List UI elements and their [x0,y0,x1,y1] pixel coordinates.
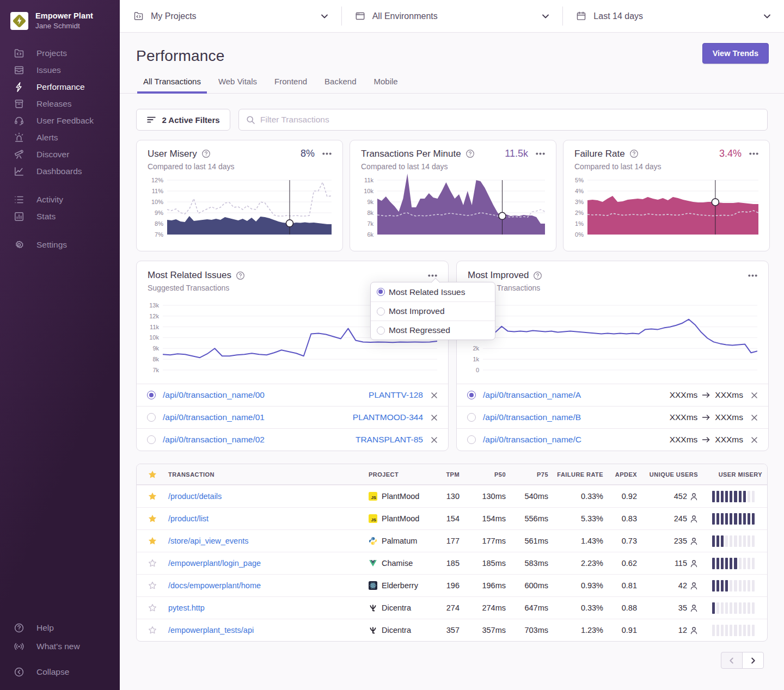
col-unique-users: UNIQUE USERS [643,471,705,478]
pagination-next-button[interactable] [742,652,764,669]
svg-text:6k: 6k [367,231,373,237]
question-circle-icon[interactable] [629,149,639,158]
transaction-link[interactable]: /empowerplant_tests/api [163,626,362,634]
project-filter-dropdown[interactable]: My Projects [120,0,341,32]
svg-text:0%: 0% [575,231,584,237]
transaction-link[interactable]: /api/0/transaction_name/01 [163,412,265,422]
close-icon[interactable] [751,414,758,421]
close-icon[interactable] [431,436,438,443]
ellipsis-menu-icon[interactable] [428,274,437,277]
sidebar-item-alerts[interactable]: Alerts [0,129,120,146]
question-circle-icon[interactable] [533,271,542,280]
dropdown-option-most-regressed[interactable]: Most Regressed [371,321,495,340]
transaction-link[interactable]: /api/0/transaction_name/B [483,412,581,422]
star-icon[interactable] [137,492,163,501]
settings-icon [14,239,24,250]
dashboards-icon [14,166,24,177]
failure-rate-value: 0.93% [554,581,608,590]
svg-text:2%: 2% [575,210,584,216]
star-icon[interactable] [137,537,163,545]
sidebar-item-stats[interactable]: Stats [0,208,120,225]
dropdown-option-most-improved[interactable]: Most Improved [371,301,495,321]
table-row: /docs/empowerplant/homeElderberry196196m… [137,574,767,596]
radio-button[interactable] [467,391,476,399]
user-misery-chart: 12%11%10%9%8%7% [148,172,332,237]
falcon-platform-icon [369,603,377,612]
dropdown-option-most-related-issues[interactable]: Most Related Issues [371,282,495,301]
question-circle-icon[interactable] [201,149,211,158]
dropdown-option-label: Most Improved [389,306,445,316]
radio-button[interactable] [467,435,476,444]
transaction-link[interactable]: /store/api_view_events [163,537,362,545]
star-icon[interactable] [137,626,163,634]
ellipsis-menu-icon[interactable] [322,152,332,155]
sidebar-item-performance[interactable]: Performance [0,78,120,95]
environment-filter-dropdown[interactable]: All Environments [341,0,563,32]
user-misery-bars [705,580,766,592]
question-circle-icon[interactable] [465,149,475,158]
star-icon[interactable] [137,470,163,479]
tab-frontend[interactable]: Frontend [274,77,307,94]
transaction-link[interactable]: /product/list [163,514,362,523]
ellipsis-menu-icon[interactable] [536,152,545,155]
ellipsis-menu-icon[interactable] [749,152,758,155]
tab-mobile[interactable]: Mobile [373,77,397,94]
search-input[interactable] [260,115,760,125]
radio-button[interactable] [147,413,156,422]
user-icon [690,604,698,612]
radio-button[interactable] [147,391,156,399]
ellipsis-menu-icon[interactable] [748,274,757,277]
sidebar-item-user-feedback[interactable]: User Feedback [0,112,120,129]
transaction-link[interactable]: /api/0/transaction_name/00 [163,390,265,400]
question-circle-icon[interactable] [236,271,245,280]
sidebar-item-whats-new[interactable]: What's new [0,637,120,656]
close-icon[interactable] [431,414,438,421]
star-icon[interactable] [137,603,163,612]
col-apdex: APDEX [608,471,643,478]
issue-link[interactable]: PLANTTV-128 [369,390,423,400]
duration-change: XXXmsXXXms [670,412,743,422]
transaction-link[interactable]: /api/0/transaction_name/02 [163,435,265,445]
sidebar-item-dashboards[interactable]: Dashboards [0,163,120,180]
radio-button[interactable] [467,413,476,422]
active-filters-button[interactable]: 2 Active Filters [136,109,230,131]
tab-web-vitals[interactable]: Web Vitals [218,77,257,94]
project-name: Chamise [382,559,413,568]
tab-bar: All TransactionsWeb VitalsFrontendBacken… [143,77,398,94]
close-icon[interactable] [751,392,758,399]
tab-all-transactions[interactable]: All Transactions [137,77,207,94]
sidebar-item-issues[interactable]: Issues [0,61,120,78]
most-improved-chart: 6k5k4k3k2k1k0 [468,300,757,380]
view-trends-button[interactable]: View Trends [702,43,769,64]
pagination-prev-button[interactable] [721,652,743,669]
transaction-link[interactable]: /empowerplant/login_page [163,559,362,568]
radio-button[interactable] [147,435,156,444]
sidebar-item-activity[interactable]: Activity [0,191,120,208]
sidebar-item-settings[interactable]: Settings [0,236,120,253]
issue-link[interactable]: PLANTMOOD-344 [353,412,423,422]
tab-backend[interactable]: Backend [324,77,356,94]
sidebar-item-discover[interactable]: Discover [0,146,120,163]
sidebar-item-help[interactable]: Help [0,619,120,637]
transaction-link[interactable]: /api/0/transaction_name/C [483,435,581,445]
transaction-link[interactable]: /docs/empowerplant/home [163,581,362,590]
transaction-link[interactable]: /product/details [163,492,362,501]
close-icon[interactable] [751,436,758,443]
sidebar-item-releases[interactable]: Releases [0,95,120,112]
user-misery-bars [705,491,766,502]
issue-link[interactable]: TRANSPLANT-85 [356,435,423,445]
star-icon[interactable] [137,514,163,523]
radio-button [377,326,385,335]
unique-users-cell: 235 [643,537,705,545]
date-range-dropdown[interactable]: Last 14 days [562,0,784,32]
star-icon[interactable] [137,559,163,568]
close-icon[interactable] [431,392,438,399]
svg-text:3%: 3% [575,199,584,205]
transaction-link[interactable]: pytest.http [163,603,362,612]
star-icon[interactable] [137,581,163,590]
transaction-link[interactable]: /api/0/transaction_name/A [483,390,581,400]
org-switcher[interactable]: Empower Plant Jane Schmidt [0,11,120,31]
sidebar-item-collapse[interactable]: Collapse [0,663,120,681]
table-row: /store/api_view_eventsPalmatum177177ms56… [137,529,767,552]
sidebar-item-projects[interactable]: Projects [0,45,120,61]
